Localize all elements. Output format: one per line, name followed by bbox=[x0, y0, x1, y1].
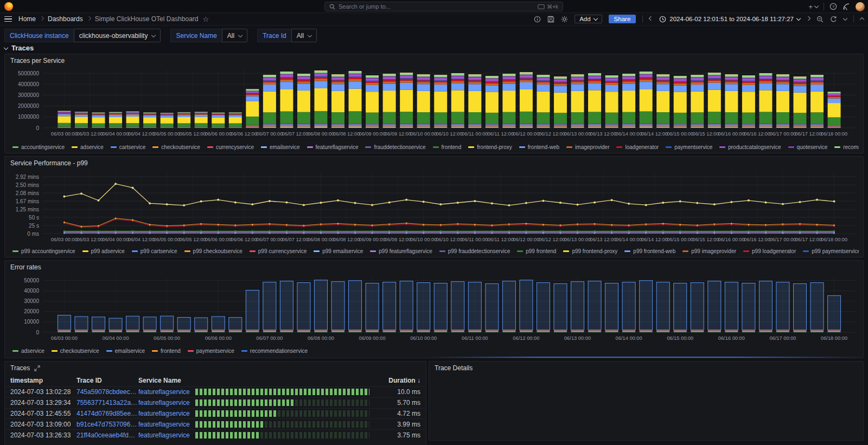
legend-item[interactable]: featureflagservice bbox=[307, 144, 359, 150]
legend-item[interactable]: frontend-web bbox=[519, 144, 559, 150]
legend-item[interactable]: p99 emailservice bbox=[314, 248, 363, 254]
expand-icon[interactable] bbox=[34, 365, 40, 371]
cell-trace-id-link[interactable]: b91ce47d753709695f1d... bbox=[76, 421, 138, 428]
stacked-bar bbox=[605, 75, 618, 128]
legend-item[interactable]: p99 accountingservice bbox=[12, 248, 75, 254]
legend-item[interactable]: p99 imageprovider bbox=[682, 248, 736, 254]
legend-item[interactable]: cartservice bbox=[111, 144, 145, 150]
legend-item[interactable]: paymentservice bbox=[188, 348, 234, 354]
add-new-button[interactable]: + bbox=[808, 3, 818, 11]
col-trace-id[interactable]: Trace ID bbox=[76, 377, 138, 384]
legend-item[interactable]: checkoutservice bbox=[52, 348, 99, 354]
svg-text:30000: 30000 bbox=[24, 298, 39, 304]
breadcrumb: Home Dashboards Simple ClickHouse OTel D… bbox=[18, 15, 209, 23]
panel-title[interactable]: Trace Details bbox=[435, 364, 473, 372]
favorite-star-icon[interactable]: ☆ bbox=[202, 15, 209, 23]
zoom-out-icon[interactable] bbox=[816, 16, 824, 23]
panel-title[interactable]: Traces bbox=[10, 364, 40, 372]
legend-item[interactable]: frontend bbox=[433, 144, 462, 150]
cell-service-link[interactable]: featureflagservice bbox=[138, 388, 195, 396]
legend-item[interactable]: p99 featureflagservice bbox=[370, 248, 432, 254]
legend-item[interactable]: currencyservice bbox=[207, 144, 254, 150]
panel-title[interactable]: Error rates bbox=[10, 263, 41, 271]
legend-item[interactable]: paymentservice bbox=[666, 144, 712, 150]
legend-label: p99 frontend-proxy bbox=[572, 248, 617, 254]
cell-service-link[interactable]: featureflagservice bbox=[138, 421, 195, 428]
cell-service-link[interactable]: featureflagservice bbox=[138, 410, 195, 417]
svg-text:06/12 12:00: 06/12 12:00 bbox=[539, 131, 565, 137]
legend-item[interactable]: quoteservice bbox=[788, 144, 828, 150]
legend-label: frauddetectionservice bbox=[374, 144, 425, 150]
legend-item[interactable]: accountingservice bbox=[12, 144, 65, 150]
table-row[interactable]: 2024-07-03 13:29:3475563771413a22a54618.… bbox=[5, 397, 426, 408]
cell-trace-id-link[interactable]: 745a59078cbdeec39b7... bbox=[76, 388, 138, 396]
legend-item[interactable]: emailservice bbox=[106, 348, 145, 354]
panel-title[interactable]: Traces per Service bbox=[10, 57, 65, 65]
svg-text:06/17 12:00: 06/17 12:00 bbox=[795, 131, 822, 137]
legend-item[interactable]: p99 frauddetectionservice bbox=[439, 248, 510, 254]
variable-value-dropdown[interactable]: All bbox=[222, 29, 247, 42]
table-row[interactable]: 2024-07-03 13:09:00b91ce47d753709695f1d.… bbox=[5, 418, 426, 429]
news-icon[interactable] bbox=[843, 3, 850, 10]
breadcrumb-dashboards[interactable]: Dashboards bbox=[48, 15, 83, 23]
cell-service-link[interactable]: featureflagservice bbox=[138, 399, 195, 407]
legend-item[interactable]: adservice bbox=[72, 144, 104, 150]
legend-item[interactable]: frauddetectionservice bbox=[365, 144, 425, 150]
refresh-interval-dropdown-icon[interactable] bbox=[843, 16, 847, 21]
cell-trace-id-link[interactable]: 21ff4a0ceeaeb4fd90af0... bbox=[76, 431, 138, 439]
save-icon[interactable] bbox=[547, 16, 554, 23]
legend-item[interactable]: emailservice bbox=[261, 144, 300, 150]
legend-item[interactable]: p99 frontend bbox=[517, 248, 556, 254]
settings-gear-icon[interactable] bbox=[561, 16, 568, 23]
variable-label[interactable]: Trace Id bbox=[257, 29, 291, 42]
variable-label[interactable]: Service Name bbox=[170, 29, 221, 42]
legend-item[interactable]: adservice bbox=[12, 348, 44, 354]
legend-item[interactable]: recommendationservice bbox=[834, 144, 859, 150]
variable-value-dropdown[interactable]: clickhouse-observability bbox=[74, 29, 161, 42]
legend-item[interactable]: p99 frontend-proxy bbox=[563, 248, 617, 254]
variable-value-dropdown[interactable]: All bbox=[291, 29, 317, 42]
legend-item[interactable]: productcatalogservice bbox=[719, 144, 781, 150]
table-row[interactable]: 2024-07-03 13:26:3321ff4a0ceeaeb4fd90af0… bbox=[5, 429, 426, 440]
legend-item[interactable]: checkoutservice bbox=[152, 144, 200, 150]
add-button[interactable]: Add bbox=[575, 15, 602, 23]
table-row[interactable]: 2024-07-03 12:45:5541474d0769d85ee2828..… bbox=[5, 408, 426, 419]
legend-item[interactable]: frontend-proxy bbox=[468, 144, 512, 150]
search-input[interactable]: Search or jump to... ⌘+k bbox=[324, 2, 563, 11]
legend-item[interactable]: p99 loadgenerator bbox=[743, 248, 796, 254]
share-button[interactable]: Share bbox=[609, 15, 636, 23]
grafana-logo-icon[interactable] bbox=[4, 2, 13, 11]
user-avatar[interactable] bbox=[856, 2, 865, 11]
cell-service-link[interactable]: featureflagservice bbox=[138, 431, 195, 439]
time-range-picker[interactable]: 2024-06-02 12:01:51 to 2024-06-18 11:27:… bbox=[659, 16, 800, 23]
cell-trace-id-link[interactable]: 75563771413a22a54618... bbox=[76, 399, 138, 407]
cell-trace-id-link[interactable]: 41474d0769d85ee2828... bbox=[76, 410, 138, 417]
legend-item[interactable]: frontend bbox=[152, 348, 181, 354]
collapse-icon[interactable] bbox=[860, 17, 864, 22]
menu-icon[interactable] bbox=[4, 16, 12, 22]
time-shift-forward-icon[interactable] bbox=[806, 16, 810, 21]
legend-item[interactable]: p99 paymentservice bbox=[803, 248, 859, 254]
breadcrumb-home[interactable]: Home bbox=[18, 15, 36, 23]
help-icon[interactable]: ? bbox=[829, 3, 837, 10]
col-service-name[interactable]: Service Name bbox=[138, 377, 195, 384]
col-duration[interactable]: Duration ↓ bbox=[375, 377, 420, 384]
legend-item[interactable]: p99 frontend-web bbox=[624, 248, 675, 254]
legend-item[interactable]: imageprovider bbox=[566, 144, 609, 150]
legend-item[interactable]: p99 currencyservice bbox=[250, 248, 307, 254]
legend-label: p99 paymentservice bbox=[812, 248, 859, 254]
variable-label[interactable]: ClickHouse instance bbox=[4, 29, 74, 42]
legend-item[interactable]: loadgenerator bbox=[616, 144, 659, 150]
dashboard-insights-icon[interactable] bbox=[534, 16, 541, 23]
time-shift-back-icon[interactable] bbox=[649, 16, 653, 21]
refresh-icon[interactable] bbox=[830, 16, 837, 23]
legend-item[interactable]: p99 cartservice bbox=[132, 248, 177, 254]
error-bar bbox=[400, 281, 413, 332]
legend-item[interactable]: recommendationservice bbox=[241, 348, 308, 354]
col-timestamp[interactable]: timestamp bbox=[10, 377, 76, 384]
table-row[interactable]: 2024-07-03 13:02:28745a59078cbdeec39b7..… bbox=[5, 386, 426, 397]
panel-title[interactable]: Service Performance - p99 bbox=[10, 159, 88, 167]
row-traces-header[interactable]: Traces bbox=[4, 44, 34, 52]
legend-item[interactable]: p99 checkoutservice bbox=[184, 248, 242, 254]
legend-item[interactable]: p99 adservice bbox=[82, 248, 125, 254]
